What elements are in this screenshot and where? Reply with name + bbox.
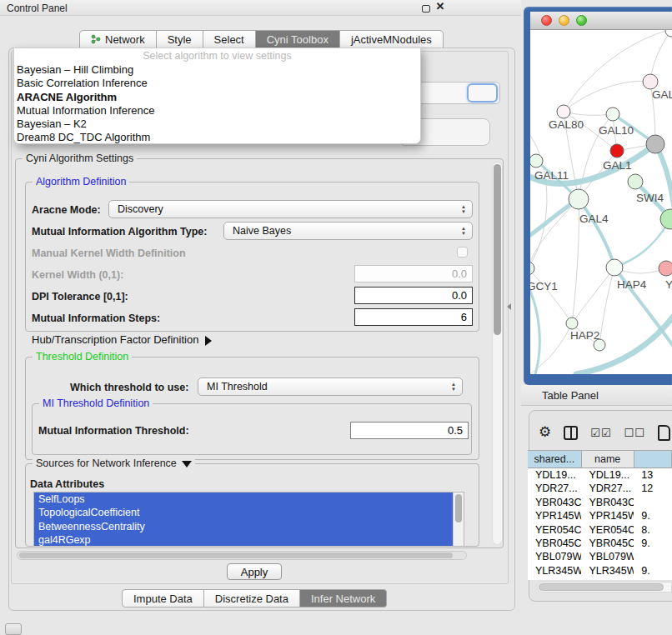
column-header[interactable] — [634, 451, 672, 468]
network-window-titlebar[interactable] — [530, 12, 672, 30]
network-node-gal80[interactable] — [557, 105, 570, 118]
network-node[interactable] — [665, 30, 672, 37]
float-window-icon[interactable] — [422, 5, 430, 12]
table-cell: YLR345W — [581, 564, 634, 578]
zoom-traffic-light-icon[interactable] — [576, 15, 587, 26]
mi-threshold-field[interactable]: 0.5 — [350, 422, 469, 439]
close-icon[interactable]: ✕ — [435, 2, 445, 12]
network-canvas[interactable]: GALGAL80GAL10GAL1GAL11SWI4GAL4HAP4YGCY1H… — [530, 30, 672, 374]
network-edge[interactable] — [599, 268, 614, 345]
data-attributes-list[interactable]: SelfLoopsTopologicalCoefficientBetweenne… — [33, 492, 464, 547]
network-edge-highlighted[interactable] — [614, 219, 670, 268]
table-row[interactable]: YPR145WYPR145W9. — [528, 509, 672, 522]
network-node-gal[interactable] — [643, 74, 658, 89]
attribute-item[interactable]: BetweennessCentrality — [34, 520, 454, 533]
table-hscrollbar-thumb[interactable] — [539, 583, 664, 591]
tab-jactivemnodules[interactable]: jActiveMNodules — [340, 30, 444, 48]
network-node-hap2[interactable] — [566, 318, 578, 329]
tab-discretize-data[interactable]: Discretize Data — [204, 589, 300, 608]
table-panel-header: Table Panel — [521, 385, 672, 406]
network-edge-highlighted[interactable] — [530, 278, 539, 374]
network-node-gcy1[interactable] — [530, 262, 534, 275]
split-pane-collapse-icon[interactable] — [507, 303, 511, 310]
network-edge[interactable] — [572, 199, 579, 323]
network-node[interactable] — [594, 339, 605, 351]
algorithm-option[interactable]: Bayesian – K2 — [14, 118, 420, 131]
settings-hscrollbar-thumb[interactable] — [19, 552, 453, 558]
table-row[interactable]: YBL079WYBL079W — [528, 550, 672, 563]
node-label: GAL4 — [579, 212, 609, 225]
network-node[interactable] — [646, 135, 664, 153]
network-edge[interactable] — [530, 199, 579, 268]
mi-steps-field[interactable]: 6 — [354, 308, 473, 326]
node-label: GAL11 — [534, 169, 569, 182]
data-attributes-label: Data Attributes — [30, 478, 104, 490]
table-row[interactable]: YIL052CYIL052C9 — [528, 578, 672, 580]
algorithm-option[interactable]: Basic Correlation Inference — [14, 77, 420, 90]
which-threshold-select[interactable]: MI Threshold ▲▼ — [198, 378, 463, 396]
network-node-swi4[interactable] — [628, 174, 643, 189]
algorithm-option[interactable]: ARACNE Algorithm — [14, 91, 420, 104]
node-table[interactable]: shared...nameYDL19...YDL19...13YDR27...Y… — [528, 450, 672, 580]
aracne-mode-select[interactable]: Discovery ▲▼ — [108, 200, 473, 218]
mi-steps-label: Mutual Information Steps: — [32, 312, 160, 324]
select-all-icon[interactable]: ☑☑ — [590, 427, 611, 439]
table-row[interactable]: YDR27...YDR27...12 — [528, 482, 672, 495]
attribute-item[interactable]: TopologicalCoefficient — [34, 506, 454, 519]
table-row[interactable]: YDL19...YDL19...13 — [528, 468, 672, 482]
network-edge-highlighted[interactable] — [579, 199, 614, 268]
mi-type-select[interactable]: Naive Bayes ▲▼ — [223, 222, 473, 240]
control-panel-title: Control Panel — [7, 2, 68, 14]
table-row[interactable]: YBR045CYBR045C9. — [528, 537, 672, 550]
settings-scrollbar-thumb[interactable] — [494, 164, 501, 335]
attributes-scrollbar-thumb[interactable] — [455, 494, 462, 522]
tab-style[interactable]: Style — [157, 30, 203, 48]
network-edge[interactable] — [564, 81, 650, 112]
control-panel-tabs: Network Style Select Cyni Toolbox jActiv… — [79, 30, 444, 48]
export-table-icon[interactable] — [658, 425, 670, 441]
algorithm-option[interactable]: Mutual Information Inference — [14, 104, 420, 118]
network-node-gal10[interactable] — [606, 108, 619, 121]
minimize-traffic-light-icon[interactable] — [559, 15, 569, 26]
split-columns-icon[interactable] — [564, 426, 578, 440]
network-edge[interactable] — [650, 31, 671, 82]
network-edge-highlighted[interactable] — [576, 309, 672, 374]
network-node-gal11[interactable] — [530, 154, 543, 168]
tab-network[interactable]: Network — [79, 30, 157, 48]
network-node-gal4[interactable] — [569, 189, 589, 209]
node-label: GAL1 — [603, 159, 632, 172]
network-edge[interactable] — [564, 112, 613, 115]
close-traffic-light-icon[interactable] — [541, 15, 552, 26]
table-row[interactable]: YLR345WYLR345W9. — [528, 564, 672, 578]
manual-kernel-checkbox[interactable] — [457, 247, 468, 258]
attribute-item[interactable]: gal4RGexp — [34, 533, 454, 547]
table-cell: 9. — [634, 509, 672, 522]
kernel-width-field[interactable]: 0.0 — [354, 265, 473, 282]
node-label: GAL10 — [599, 124, 634, 137]
attribute-item[interactable]: SelfLoops — [34, 492, 454, 506]
table-row[interactable]: YER054CYER054C8. — [528, 523, 672, 537]
tab-cyni-toolbox[interactable]: Cyni Toolbox — [256, 30, 340, 48]
apply-button[interactable]: Apply — [227, 563, 282, 580]
column-header[interactable]: name — [582, 451, 634, 468]
network-node-hap4[interactable] — [606, 259, 623, 276]
network-node-gal1[interactable] — [610, 144, 624, 158]
column-header[interactable]: shared... — [528, 451, 582, 468]
network-edge[interactable] — [572, 268, 614, 323]
gear-icon[interactable]: ⚙ — [539, 425, 551, 440]
tab-infer-network[interactable]: Infer Network — [300, 589, 387, 608]
selected-value: Discovery — [118, 203, 163, 215]
dpi-tolerance-field[interactable]: 0.0 — [354, 287, 473, 304]
table-cell: YIL052C — [528, 578, 581, 580]
minimized-panel-icon[interactable] — [5, 623, 22, 635]
table-row[interactable]: YBR043CYBR043C — [528, 496, 672, 509]
sources-toggle[interactable]: Sources for Network Inference — [33, 458, 195, 469]
deselect-all-icon[interactable]: ☐☐ — [624, 427, 645, 439]
network-edge[interactable] — [530, 128, 547, 268]
network-node-y[interactable] — [659, 261, 672, 276]
algorithm-option[interactable]: Dream8 DC_TDC Algorithm — [14, 131, 420, 144]
hub-definition-toggle[interactable]: Hub/Transcription Factor Definition — [32, 333, 212, 346]
tab-impute-data[interactable]: Impute Data — [122, 589, 204, 608]
tab-select[interactable]: Select — [203, 30, 256, 48]
algorithm-option[interactable]: Bayesian – Hill Climbing — [14, 63, 420, 77]
